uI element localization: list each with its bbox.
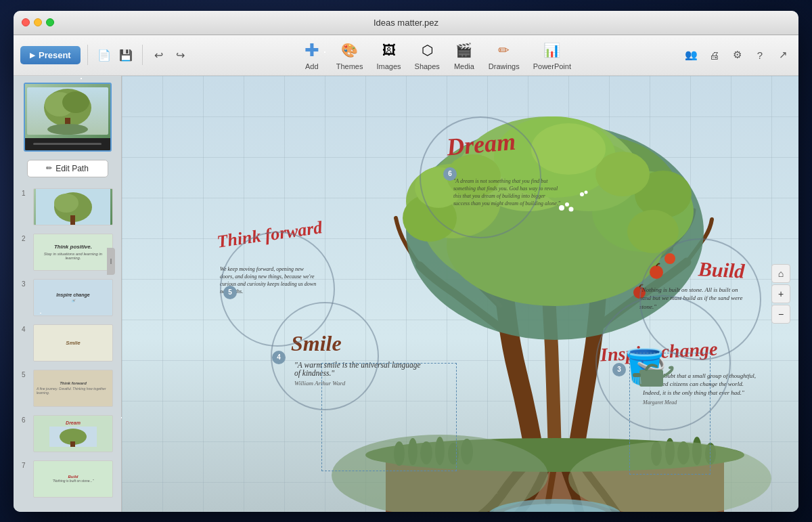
sidebar: Edit Path 1 2 — [14, 76, 122, 512]
app-window: Ideas matter.pez Present 📄 💾 ↩ ↪ ✚ Add 🎨… — [14, 11, 798, 512]
svg-point-36 — [569, 206, 574, 211]
slide-thumb-img-5: Think forward A fine journey. Greatful. … — [34, 370, 112, 406]
home-button[interactable]: ⌂ — [771, 264, 790, 283]
slide-item-1[interactable]: 1 — [19, 187, 116, 227]
svg-point-3 — [62, 91, 89, 113]
svg-line-57 — [633, 377, 634, 383]
sidebar-handle[interactable]: ‖ — [107, 248, 115, 275]
drawings-icon: ✏ — [493, 39, 515, 61]
shapes-icon: ⬡ — [416, 39, 438, 61]
slide-num-5: 5 — [22, 371, 30, 378]
present-button[interactable]: Present — [20, 46, 81, 64]
canvas[interactable]: Dream Think forward Build Smile "A warm … — [122, 76, 798, 512]
svg-rect-9 — [70, 215, 75, 225]
add-tool[interactable]: ✚ Add — [301, 39, 323, 70]
close-button[interactable] — [22, 18, 30, 26]
svg-point-28 — [627, 210, 679, 253]
slide-num-1: 1 — [22, 190, 30, 197]
edit-path-label: Edit Path — [55, 164, 89, 173]
shapes-tool[interactable]: ⬡ Shapes — [415, 39, 440, 70]
slide-item-4[interactable]: 4 Smile — [19, 323, 116, 363]
minimize-button[interactable] — [34, 18, 42, 26]
slide-thumb-2: Think positive. Stay in situations and l… — [33, 234, 113, 271]
slide-item-7[interactable]: 7 Build "Nothing is built on stone..." — [19, 459, 116, 499]
step-3: 3 — [612, 363, 626, 376]
slide-item-6[interactable]: 6 Dream — [19, 414, 116, 454]
svg-point-8 — [54, 194, 78, 213]
redo-button[interactable]: ↪ — [171, 45, 190, 64]
svg-point-30 — [531, 123, 606, 175]
svg-rect-12 — [70, 441, 75, 447]
slide-thumb-5: Think forward A fine journey. Greatful. … — [33, 370, 113, 407]
svg-point-31 — [650, 265, 663, 279]
themes-icon: 🎨 — [339, 39, 361, 61]
traffic-lights — [22, 18, 54, 26]
new-file-button[interactable]: 📄 — [95, 45, 114, 64]
toolbar-center: ✚ Add 🎨 Themes 🖼 Images ⬡ Shapes 🎬 Media… — [190, 39, 682, 70]
share-button[interactable]: ↗ — [774, 46, 792, 64]
step-4: 4 — [272, 351, 286, 364]
slide-thumb-img-2: Think positive. Stay in situations and l… — [34, 234, 112, 270]
shapes-label: Shapes — [415, 62, 440, 70]
add-label: Add — [305, 62, 319, 70]
svg-line-60 — [640, 377, 641, 384]
svg-rect-55 — [639, 370, 663, 387]
svg-point-38 — [585, 190, 588, 194]
edit-path-button[interactable]: Edit Path — [27, 160, 108, 177]
zoom-in-button[interactable]: + — [771, 284, 790, 303]
step-6: 6 — [443, 167, 457, 181]
slide-thumb-img-6: Dream — [34, 416, 112, 452]
slide-thumb-1 — [33, 188, 113, 225]
media-label: Media — [454, 62, 474, 70]
themes-tool[interactable]: 🎨 Themes — [336, 39, 363, 70]
slide-num-2: 2 — [22, 235, 30, 242]
powerpoint-tool[interactable]: 📊 PowerPoint — [533, 39, 571, 70]
slide-thumb-4: Smile — [33, 324, 113, 362]
print-button[interactable]: 🖨 — [705, 46, 723, 64]
svg-point-35 — [565, 202, 569, 206]
svg-line-58 — [635, 377, 636, 384]
images-tool[interactable]: 🖼 Images — [376, 39, 401, 70]
powerpoint-label: PowerPoint — [533, 62, 571, 70]
toolbar-separator-2 — [142, 45, 143, 65]
powerpoint-icon: 📊 — [541, 39, 563, 61]
smile-quote: "A warm smile is the universal language … — [294, 361, 423, 387]
slide-item-2[interactable]: 2 Think positive. Stay in situations and… — [19, 232, 116, 272]
toolbar-separator — [87, 45, 88, 65]
drawings-label: Drawings — [489, 62, 520, 70]
zoom-out-button[interactable]: − — [771, 305, 790, 324]
build-quote: "Nothing is built on stone. All is built… — [639, 286, 748, 311]
slide-num-6: 6 — [22, 416, 30, 424]
help-button[interactable]: ? — [751, 46, 769, 64]
users-button[interactable]: 👥 — [682, 46, 700, 64]
slide-item-3[interactable]: 3 Inspire change 🚿 — [19, 278, 116, 318]
slide-thumb-3: Inspire change 🚿 — [33, 279, 113, 316]
media-icon: 🎬 — [453, 39, 475, 61]
think-forward-label: Think forward — [216, 217, 323, 253]
slide-num-3: 3 — [22, 280, 30, 288]
slide-item-5[interactable]: 5 Think forward A fine journey. Greatful… — [19, 368, 116, 408]
images-label: Images — [376, 62, 401, 70]
toolbar-right: 👥 🖨 ⚙ ? ↗ — [682, 46, 792, 64]
svg-point-33 — [664, 253, 675, 264]
drawings-tool[interactable]: ✏ Drawings — [489, 39, 520, 70]
media-tool[interactable]: 🎬 Media — [453, 39, 475, 70]
svg-point-5 — [47, 124, 88, 135]
watering-can-svg — [633, 360, 680, 397]
slide-num-7: 7 — [22, 462, 30, 469]
images-icon: 🖼 — [378, 39, 400, 61]
slide-num-4: 4 — [22, 326, 30, 333]
slide-thumb-img-4: Smile — [34, 325, 112, 361]
add-icon: ✚ — [301, 39, 323, 61]
undo-button[interactable]: ↩ — [150, 45, 168, 64]
step-5: 5 — [223, 286, 237, 299]
main-content: Edit Path 1 2 — [14, 76, 798, 512]
svg-point-37 — [580, 192, 584, 196]
svg-point-29 — [595, 152, 650, 196]
slide-thumb-img-1 — [34, 189, 112, 225]
save-button[interactable]: 💾 — [116, 45, 135, 64]
slide-thumb-6: Dream — [33, 415, 113, 452]
active-slide-thumbnail[interactable] — [24, 83, 112, 152]
maximize-button[interactable] — [46, 18, 54, 26]
settings-button[interactable]: ⚙ — [728, 46, 746, 64]
